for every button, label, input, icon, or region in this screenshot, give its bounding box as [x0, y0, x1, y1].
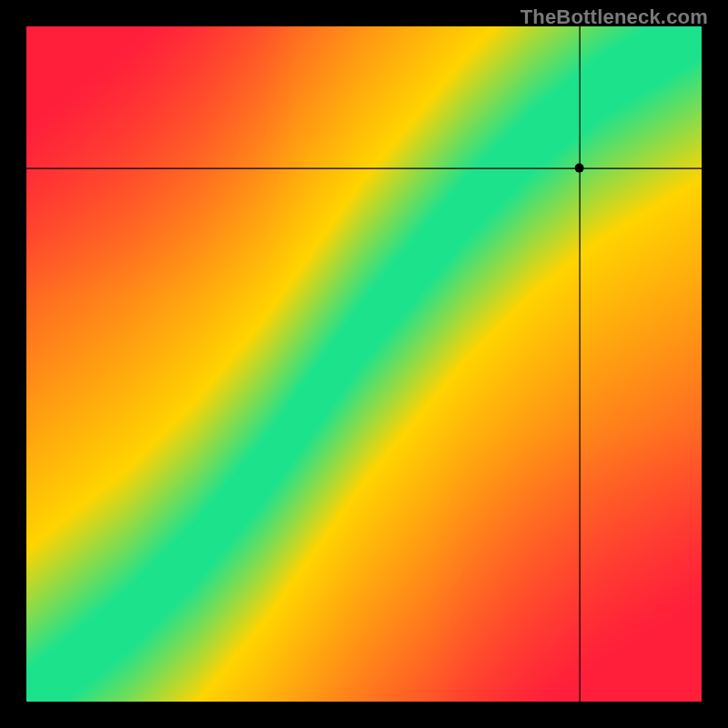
chart-stage: TheBottleneck.com	[0, 0, 728, 728]
heatmap-canvas	[26, 26, 702, 702]
